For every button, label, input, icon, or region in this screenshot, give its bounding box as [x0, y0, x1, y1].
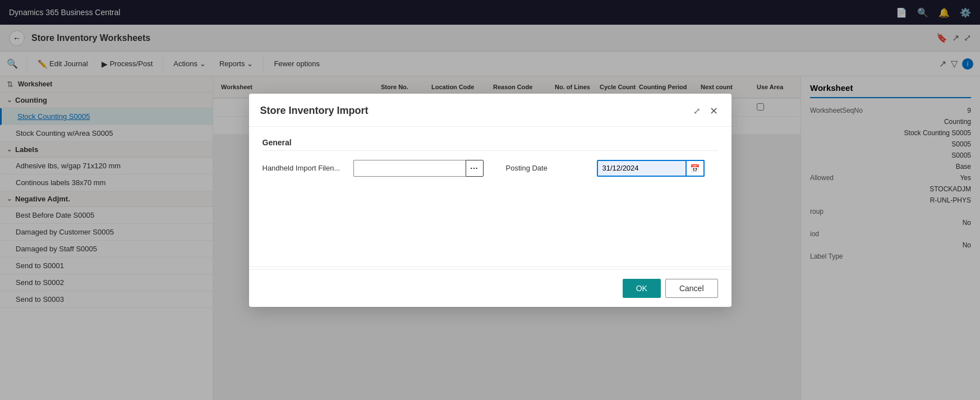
modal-header-actions: ⤢ ✕ — [691, 103, 720, 119]
ok-button[interactable]: OK — [623, 279, 661, 298]
modal-body: General Handheld Import Filen... ··· Pos… — [249, 127, 731, 227]
calendar-button[interactable]: 📅 — [687, 160, 705, 177]
modal-form-row: Handheld Import Filen... ··· Posting Dat… — [263, 160, 718, 177]
handheld-browse-button[interactable]: ··· — [466, 160, 484, 177]
modal-dialog: Store Inventory Import ⤢ ✕ General Handh… — [249, 94, 731, 307]
modal-section-general: General — [263, 138, 718, 151]
handheld-label: Handheld Import Filen... — [263, 164, 347, 172]
cancel-button[interactable]: Cancel — [665, 279, 718, 298]
modal-footer: OK Cancel — [249, 269, 731, 307]
handheld-form-field: Handheld Import Filen... ··· — [263, 160, 484, 177]
handheld-input[interactable] — [353, 160, 466, 177]
modal-title: Store Inventory Import — [260, 105, 369, 117]
ellipsis-icon: ··· — [471, 164, 479, 172]
calendar-icon: 📅 — [690, 164, 700, 173]
posting-date-input-wrap: 📅 — [597, 160, 705, 177]
handheld-input-wrap: ··· — [353, 160, 484, 177]
posting-date-input[interactable] — [597, 160, 687, 177]
modal-spacer — [249, 227, 731, 266]
posting-date-form-field: Posting Date 📅 — [506, 160, 705, 177]
modal-close-icon[interactable]: ✕ — [707, 103, 720, 119]
modal-overlay: Store Inventory Import ⤢ ✕ General Handh… — [0, 0, 980, 400]
posting-date-label: Posting Date — [506, 164, 590, 172]
modal-header: Store Inventory Import ⤢ ✕ — [249, 94, 731, 127]
modal-expand-icon[interactable]: ⤢ — [691, 104, 703, 118]
